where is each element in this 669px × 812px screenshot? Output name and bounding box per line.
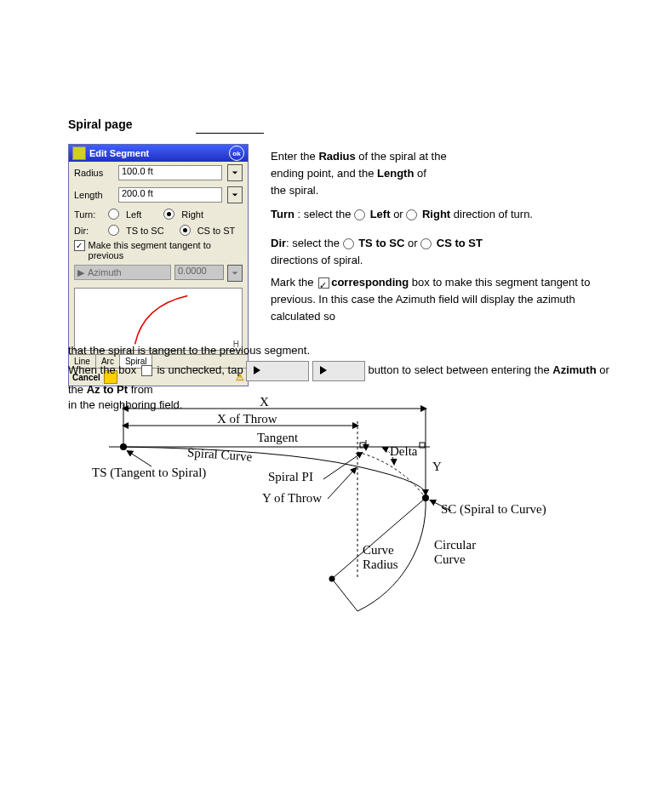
- label-x-throw: X of Throw: [217, 412, 277, 426]
- svg-line-17: [332, 579, 357, 611]
- desc-p3: Dir: select the TS to SC or CS to ST dir…: [271, 235, 586, 269]
- chevron-down-icon: [232, 169, 238, 176]
- chevron-down-icon: [232, 270, 238, 277]
- label-spiral-pi: Spiral PI: [268, 470, 313, 484]
- label-y: Y: [432, 460, 442, 474]
- radius-input[interactable]: 100.0 ft: [118, 165, 222, 180]
- dir-csst-radio[interactable]: [180, 225, 191, 236]
- azimuth-button[interactable]: ▶ Azimuth: [74, 265, 171, 280]
- azimuth-input: 0.0000: [174, 265, 224, 280]
- section-title: Spiral page: [68, 117, 132, 131]
- play-icon: ▶: [77, 267, 84, 278]
- inline-csst-radio: [420, 238, 432, 249]
- inline-right-radio: [406, 209, 417, 220]
- label-y-throw: Y of Throw: [262, 491, 322, 506]
- label-delta: Delta: [390, 444, 417, 459]
- dir-csst-label: CS to ST: [197, 226, 236, 236]
- label-sc: SC (Spiral to Curve): [441, 502, 546, 517]
- turn-right-radio[interactable]: [163, 209, 174, 220]
- tangent-check-label: Make this segment tangent to previous: [89, 240, 243, 260]
- dir-label: Dir:: [74, 226, 103, 236]
- tangent-checkbox[interactable]: ✓: [74, 240, 85, 251]
- app-icon: [72, 146, 86, 160]
- svg-line-10: [328, 468, 356, 499]
- radius-units-dropdown[interactable]: [227, 164, 243, 181]
- dir-tssc-label: TS to SC: [126, 226, 164, 236]
- label-ts: TS (Tangent to Spiral): [92, 466, 206, 480]
- dialog-title: Edit Segment: [89, 148, 149, 158]
- turn-label: Turn:: [74, 209, 103, 220]
- dialog-titlebar: Edit Segment ok: [69, 145, 248, 162]
- segment-preview: H: [74, 288, 243, 351]
- turn-left-label: Left: [126, 209, 141, 220]
- ok-button[interactable]: ok: [229, 146, 244, 161]
- length-label: Length: [74, 190, 113, 200]
- desc-p4: Mark the corresponding box to make this …: [271, 274, 603, 325]
- desc-p2: Turn : select the Left or Right directio…: [271, 206, 586, 223]
- inline-checkbox-checked: [318, 277, 329, 289]
- desc-p1: Enter the Radius of the spiral at the en…: [271, 148, 586, 199]
- radius-label: Radius: [74, 168, 113, 178]
- label-circular-curve: Circular Curve: [434, 538, 476, 567]
- inline-tssc-radio: [343, 238, 354, 249]
- svg-line-6: [128, 451, 152, 466]
- azimuth-button-label: Azimuth: [88, 267, 122, 277]
- desc-p4b: that the spiral is tangent to the previo…: [68, 342, 596, 359]
- inline-checkbox: [141, 365, 152, 376]
- desc-p5: When the box is unchecked, tap button to…: [68, 361, 613, 398]
- chevron-down-icon: [232, 192, 238, 198]
- length-input[interactable]: 200.0 ft: [118, 187, 222, 203]
- label-curve-radius: Curve Radius: [363, 543, 398, 572]
- inline-left-radio: [354, 209, 365, 220]
- turn-left-radio[interactable]: [108, 209, 119, 220]
- section-rule: [196, 133, 264, 134]
- dir-tssc-radio[interactable]: [108, 225, 119, 236]
- label-x: X: [260, 395, 269, 409]
- spiral-diagram: X X of Throw Tangent TS (Tangent to Spir…: [111, 400, 570, 638]
- length-units-dropdown[interactable]: [227, 186, 243, 203]
- azimuth-dropdown: [227, 265, 243, 282]
- play-button-2[interactable]: [312, 361, 365, 381]
- turn-right-label: Right: [181, 209, 203, 220]
- label-tangent: Tangent: [257, 431, 298, 445]
- play-button-1[interactable]: [246, 361, 309, 381]
